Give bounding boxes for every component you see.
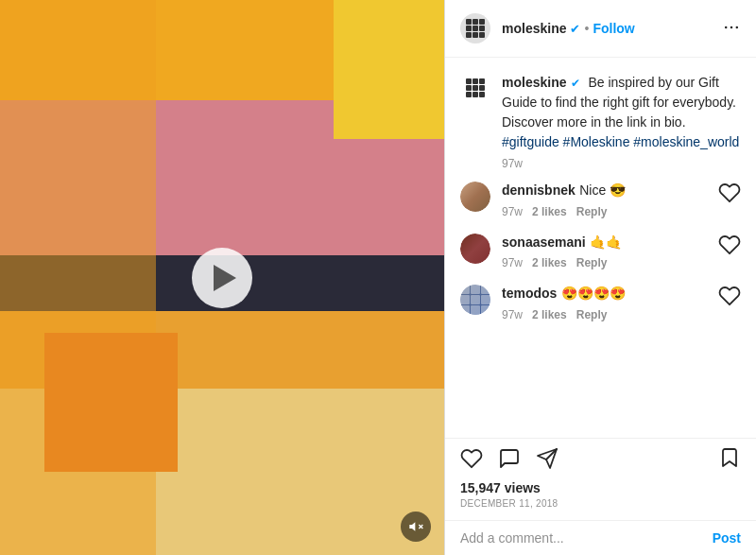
play-triangle-icon: [214, 265, 236, 291]
post-comment-button[interactable]: Post: [713, 530, 741, 546]
author-comment-meta: 97w: [502, 157, 741, 170]
hashtags[interactable]: #giftguide #Moleskine #moleskine_world: [502, 134, 739, 149]
svg-point-3: [730, 26, 733, 28]
author-logo-icon: [466, 78, 485, 97]
share-icon: [536, 447, 558, 470]
mute-icon: [408, 519, 423, 534]
moleskine-logo-icon: [466, 19, 485, 38]
temodos-meta: 97w 2 likes Reply: [502, 308, 718, 321]
sonaasemani-avatar-img: [460, 234, 490, 264]
header-avatar[interactable]: [460, 13, 490, 43]
dennisbnek-avatar-img: [460, 182, 490, 212]
sonaasemani-avatar[interactable]: [460, 234, 490, 264]
author-comment-time: 97w: [502, 157, 523, 170]
author-comment-row: moleskine ✔ Be inspired by our Gift Guid…: [460, 73, 741, 170]
sonaasemani-meta: 97w 2 likes Reply: [502, 256, 718, 269]
heart-action-icon: [460, 447, 483, 470]
follow-button[interactable]: Follow: [593, 21, 634, 36]
comment-row: temodos 😍😍😍😍 97w 2 likes Reply: [460, 285, 741, 321]
dennisbnek-comment-content: dennisbnek Nice 😎 97w 2 likes Reply: [502, 182, 718, 218]
post-header: moleskine ✔ • Follow: [445, 0, 756, 58]
heart-icon: [718, 234, 741, 256]
comment0-like-button[interactable]: [718, 182, 741, 208]
author-username[interactable]: moleskine: [502, 75, 566, 90]
video-panel[interactable]: [0, 0, 444, 555]
comment1-like-button[interactable]: [718, 234, 741, 260]
comments-section: moleskine ✔ Be inspired by our Gift Guid…: [445, 58, 756, 438]
comment-row: dennisbnek Nice 😎 97w 2 likes Reply: [460, 182, 741, 218]
views-count: 15,947 views: [460, 480, 741, 495]
sonaasemani-username[interactable]: sonaasemani: [502, 234, 586, 250]
dennisbnek-text: Nice 😎: [579, 182, 626, 198]
sonaasemani-comment-content: sonaasemani 🤙🤙 97w 2 likes Reply: [502, 234, 718, 270]
ellipsis-icon: [722, 18, 741, 37]
actions-bar: 15,947 views December 11, 2018: [445, 438, 756, 520]
add-comment-row: Post: [445, 520, 756, 555]
comment-row: sonaasemani 🤙🤙 97w 2 likes Reply: [460, 234, 741, 270]
author-verified-icon: ✔: [571, 77, 580, 90]
comment0-reply[interactable]: Reply: [576, 205, 608, 218]
verified-badge-icon: ✔: [570, 22, 580, 36]
temodos-comment-content: temodos 😍😍😍😍 97w 2 likes Reply: [502, 285, 718, 321]
dennisbnek-meta: 97w 2 likes Reply: [502, 205, 718, 218]
comment1-time: 97w: [502, 256, 523, 269]
comment2-like-button[interactable]: [718, 285, 741, 311]
right-panel: moleskine ✔ • Follow moleskine ✔: [444, 0, 756, 555]
temodos-avatar-img: [460, 285, 490, 315]
post-date: December 11, 2018: [460, 498, 741, 509]
comment0-likes: 2 likes: [532, 205, 567, 218]
comment0-time: 97w: [502, 205, 523, 218]
author-comment-content: moleskine ✔ Be inspired by our Gift Guid…: [502, 73, 741, 170]
comment-button[interactable]: [498, 447, 521, 474]
comment-input[interactable]: [460, 530, 713, 546]
svg-point-2: [725, 26, 728, 28]
share-button[interactable]: [536, 447, 558, 474]
temodos-text: 😍😍😍😍: [561, 286, 626, 301]
bookmark-button[interactable]: [718, 446, 741, 475]
action-icons-row: [460, 446, 741, 475]
svg-point-4: [736, 26, 739, 28]
comment2-likes: 2 likes: [532, 308, 567, 321]
dennisbnek-username[interactable]: dennisbnek: [502, 182, 576, 198]
more-options-button[interactable]: [722, 18, 741, 40]
sonaasemani-text: 🤙🤙: [590, 234, 622, 250]
heart-icon: [718, 182, 741, 204]
comment1-likes: 2 likes: [532, 256, 567, 269]
comment-icon: [498, 447, 521, 470]
comment2-reply[interactable]: Reply: [576, 308, 608, 321]
play-button[interactable]: [192, 248, 252, 308]
comment2-time: 97w: [502, 308, 523, 321]
bookmark-icon: [718, 446, 741, 469]
temodos-avatar[interactable]: [460, 285, 490, 315]
comment1-reply[interactable]: Reply: [576, 256, 608, 269]
dennisbnek-avatar[interactable]: [460, 182, 490, 212]
header-username[interactable]: moleskine: [502, 21, 566, 36]
like-button[interactable]: [460, 447, 483, 474]
mute-button[interactable]: [401, 512, 431, 542]
heart-icon: [718, 285, 741, 307]
dot-separator: •: [584, 21, 589, 36]
temodos-username[interactable]: temodos: [502, 286, 557, 301]
author-avatar[interactable]: [460, 73, 490, 103]
